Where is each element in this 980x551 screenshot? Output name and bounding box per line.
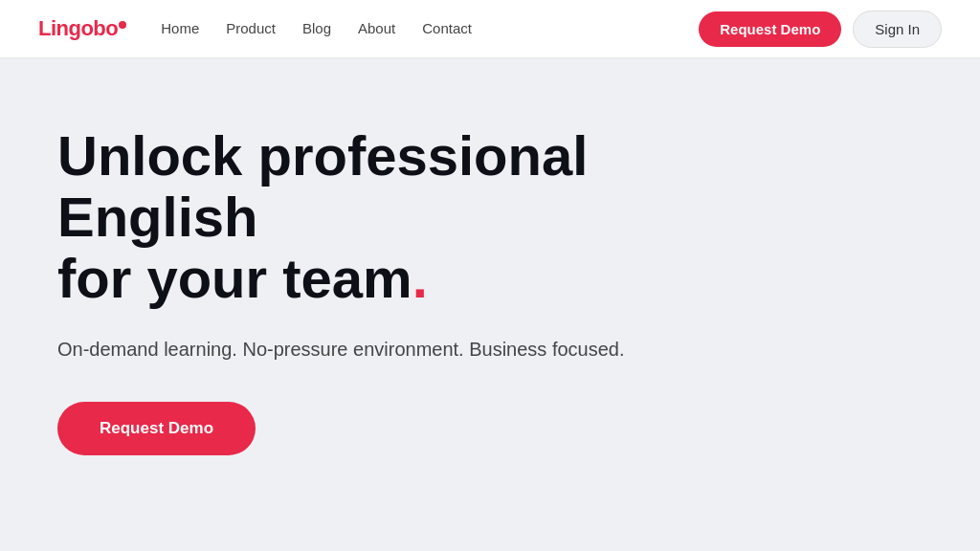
nav-link-about[interactable]: About	[358, 20, 395, 36]
request-demo-hero-button[interactable]: Request Demo	[57, 402, 256, 455]
nav-item-product[interactable]: Product	[226, 20, 276, 37]
nav-link-home[interactable]: Home	[161, 20, 199, 36]
request-demo-nav-button[interactable]: Request Demo	[699, 11, 841, 47]
hero-subtitle: On-demand learning. No-pressure environm…	[57, 335, 632, 364]
nav-link-blog[interactable]: Blog	[302, 20, 331, 36]
logo-dot-icon	[119, 21, 126, 29]
navbar-left: Lingobo Home Product Blog About Contact	[38, 16, 472, 41]
hero-title-line1: Unlock professional English	[57, 124, 588, 248]
nav-links: Home Product Blog About Contact	[161, 20, 472, 37]
hero-section: Unlock professional English for your tea…	[0, 58, 980, 551]
logo[interactable]: Lingobo	[38, 16, 126, 41]
nav-item-blog[interactable]: Blog	[302, 20, 331, 37]
navbar-right: Request Demo Sign In	[699, 11, 942, 48]
nav-item-home[interactable]: Home	[161, 20, 199, 37]
navbar: Lingobo Home Product Blog About Contact …	[0, 0, 980, 58]
nav-item-about[interactable]: About	[358, 20, 395, 37]
hero-title: Unlock professional English for your tea…	[57, 125, 727, 308]
nav-link-contact[interactable]: Contact	[422, 20, 472, 36]
hero-title-line2: for your team	[57, 247, 412, 309]
sign-in-button[interactable]: Sign In	[853, 11, 942, 48]
nav-link-product[interactable]: Product	[226, 20, 276, 36]
logo-text: Lingobo	[38, 16, 118, 41]
nav-item-contact[interactable]: Contact	[422, 20, 472, 37]
hero-title-accent-dot: .	[412, 247, 428, 309]
